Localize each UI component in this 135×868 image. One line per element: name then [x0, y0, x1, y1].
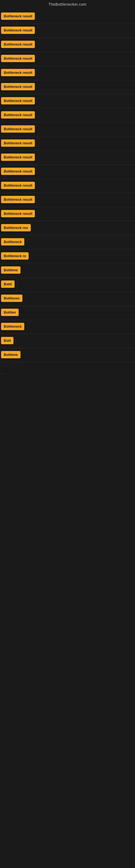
bottleneck-badge-18[interactable]: Bottleneck re — [1, 252, 29, 259]
bottleneck-badge-8[interactable]: Bottleneck result — [1, 111, 35, 119]
bottleneck-badge-11[interactable]: Bottleneck result — [1, 154, 35, 161]
bottleneck-badge-9[interactable]: Bottleneck result — [1, 125, 35, 133]
bottleneck-badge-4[interactable]: Bottleneck result — [1, 55, 35, 62]
bottleneck-badge-13[interactable]: Bottleneck result — [1, 182, 35, 189]
result-row-7[interactable]: Bottleneck result — [0, 94, 135, 108]
bottleneck-badge-19[interactable]: Bottlene — [1, 267, 20, 274]
result-row-8[interactable]: Bottleneck result — [0, 108, 135, 123]
result-row-17[interactable]: Bottleneck — [0, 236, 135, 250]
result-row-21[interactable]: Bottlenec — [0, 292, 135, 306]
bottleneck-badge-14[interactable]: Bottleneck result — [1, 196, 35, 203]
bottleneck-badge-17[interactable]: Bottleneck — [1, 238, 24, 246]
result-row-6[interactable]: Bottleneck result — [0, 80, 135, 94]
result-row-1[interactable]: Bottleneck result — [0, 10, 135, 24]
bottleneck-badge-25[interactable]: Bottlene — [1, 351, 20, 358]
bottleneck-badge-24[interactable]: Bott — [1, 337, 13, 344]
result-row-25[interactable]: Bottlene — [0, 348, 135, 362]
result-row-22[interactable]: Bottlen — [0, 306, 135, 320]
result-row-3[interactable]: Bottleneck result — [0, 38, 135, 52]
ellipsis-symbol: ... — [0, 371, 135, 375]
result-row-14[interactable]: Bottleneck result — [0, 193, 135, 207]
bottleneck-badge-3[interactable]: Bottleneck result — [1, 41, 35, 48]
result-row-11[interactable]: Bottleneck result — [0, 151, 135, 165]
bottleneck-badge-21[interactable]: Bottlenec — [1, 294, 22, 302]
results-container: Bottleneck resultBottleneck resultBottle… — [0, 10, 135, 362]
bottleneck-badge-23[interactable]: Bottleneck — [1, 323, 24, 330]
bottleneck-badge-6[interactable]: Bottleneck result — [1, 83, 35, 90]
bottleneck-badge-5[interactable]: Bottleneck result — [1, 69, 35, 76]
bottleneck-badge-1[interactable]: Bottleneck result — [1, 12, 35, 20]
bottleneck-badge-10[interactable]: Bottleneck result — [1, 140, 35, 147]
bottleneck-badge-2[interactable]: Bottleneck result — [1, 27, 35, 34]
result-row-19[interactable]: Bottlene — [0, 264, 135, 278]
site-header: TheBottlenecker.com — [0, 0, 135, 10]
result-row-5[interactable]: Bottleneck result — [0, 66, 135, 80]
result-row-15[interactable]: Bottleneck result — [0, 207, 135, 221]
bottleneck-badge-15[interactable]: Bottleneck result — [1, 210, 35, 217]
result-row-10[interactable]: Bottleneck result — [0, 137, 135, 151]
result-row-20[interactable]: Bottl — [0, 278, 135, 292]
site-title: TheBottlenecker.com — [48, 2, 86, 6]
result-row-23[interactable]: Bottleneck — [0, 320, 135, 334]
result-row-13[interactable]: Bottleneck result — [0, 179, 135, 193]
result-row-2[interactable]: Bottleneck result — [0, 24, 135, 38]
result-row-12[interactable]: Bottleneck result — [0, 165, 135, 179]
bottleneck-badge-7[interactable]: Bottleneck result — [1, 97, 35, 104]
bottleneck-badge-22[interactable]: Bottlen — [1, 309, 18, 316]
ellipsis-container: ... — [0, 371, 135, 533]
result-row-9[interactable]: Bottleneck result — [0, 123, 135, 137]
result-row-4[interactable]: Bottleneck result — [0, 52, 135, 66]
result-row-24[interactable]: Bott — [0, 334, 135, 348]
bottleneck-badge-20[interactable]: Bottl — [1, 280, 14, 288]
result-row-16[interactable]: Bottleneck res — [0, 221, 135, 236]
bottleneck-badge-12[interactable]: Bottleneck result — [1, 167, 35, 175]
bottleneck-badge-16[interactable]: Bottleneck res — [1, 224, 31, 231]
result-row-18[interactable]: Bottleneck re — [0, 250, 135, 264]
